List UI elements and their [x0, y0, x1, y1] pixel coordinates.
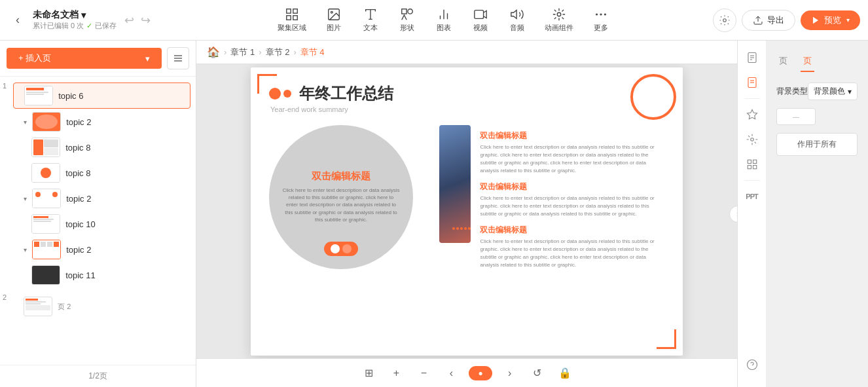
prev-slide-button[interactable]: ‹	[441, 363, 461, 383]
rp-animation-icon[interactable]	[740, 128, 764, 151]
bg-color-swatch[interactable]: —	[776, 108, 816, 125]
breadcrumb-home[interactable]: 🏠	[207, 46, 220, 58]
topic-item-2b[interactable]: ▾ topic 2	[13, 186, 190, 211]
text-button[interactable]: 文本	[352, 3, 389, 37]
corner-decoration-br	[657, 329, 676, 349]
undo-redo-group: ↩ ↪	[122, 12, 153, 29]
text-block-body-3: Click here to enter text description or …	[480, 238, 664, 269]
circle-body: Click here to enter text description or …	[282, 187, 400, 223]
text-block-1: 双击编辑标题 Click here to enter text descript…	[480, 130, 664, 175]
topic-item-2c[interactable]: ▾ topic 2	[13, 237, 190, 262]
topic-item-10[interactable]: topic 10	[13, 212, 190, 236]
svg-point-7	[408, 9, 412, 14]
rp-tabs: 页 页	[776, 51, 858, 72]
rp-tab-page1[interactable]: 页	[776, 51, 790, 71]
export-button[interactable]: 导出	[742, 10, 795, 31]
circle-graphic[interactable]: 双击编辑标题 Click here to enter text descript…	[269, 125, 413, 269]
svg-rect-31	[748, 166, 751, 169]
zoom-out-button[interactable]: −	[414, 363, 433, 383]
deco-circle	[630, 74, 676, 120]
text-block-title-3: 双击编辑标题	[480, 225, 664, 236]
right-side: PPT 页 页 背景类型 背景颜色 ▾	[737, 41, 868, 387]
rp-page-icon[interactable]	[740, 46, 764, 69]
text-block-3: 双击编辑标题 Click here to enter text descript…	[480, 225, 664, 269]
page-indicator[interactable]: ●	[469, 366, 492, 380]
toolbar-center: 聚集区域 图片 文本 形状 图表 视频 音频 动画组件	[178, 3, 710, 37]
thumb-6	[24, 86, 53, 105]
topic-item-8b[interactable]: topic 8	[13, 160, 190, 185]
next-slide-button[interactable]: ›	[500, 363, 520, 383]
topic-item-2a[interactable]: ▾ topic 2	[13, 109, 190, 134]
topic-item-6[interactable]: topic 6	[13, 83, 190, 109]
photo-placeholder	[439, 125, 471, 243]
svg-point-13	[596, 14, 598, 15]
svg-point-14	[723, 18, 727, 22]
rp-bottom-icons	[740, 235, 764, 382]
rp-grid-icon[interactable]	[740, 153, 764, 176]
redo-button[interactable]: ↪	[138, 12, 153, 29]
rp-page-active-icon[interactable]	[740, 71, 764, 94]
slide-body: 双击编辑标题 Click here to enter text descript…	[251, 125, 683, 276]
more-button[interactable]: 更多	[583, 3, 619, 37]
focus-area-button[interactable]: 聚集区域	[268, 3, 316, 37]
undo-button[interactable]: ↩	[122, 12, 137, 29]
slide-canvas[interactable]: 年终工作总结 Year-end work summary 双击编辑标题 Clic…	[251, 67, 683, 356]
back-button[interactable]: ‹	[8, 10, 27, 30]
apply-all-button[interactable]: 作用于所有	[776, 133, 858, 156]
shape-button[interactable]: 形状	[389, 3, 425, 37]
text-block-2: 双击编辑标题 Click here to enter text descript…	[480, 181, 664, 218]
lock-button[interactable]: 🔒	[555, 363, 575, 383]
sidebar-footer: 1/2页	[0, 365, 196, 387]
right-text-blocks: 双击编辑标题 Click here to enter text descript…	[480, 130, 664, 276]
rp-tab-page2[interactable]: 页	[801, 51, 814, 72]
breadcrumb: 🏠 › 章节 1 › 章节 2 › 章节 4	[196, 41, 737, 64]
slide-left-col: 双击编辑标题 Click here to enter text descript…	[269, 125, 426, 276]
prev-icon: ‹	[450, 367, 453, 379]
sidebar-menu-button[interactable]	[167, 47, 189, 69]
breadcrumb-chapter2[interactable]: 章节 2	[266, 46, 290, 58]
sidebar-toolbar: + 插入页 ▾	[0, 41, 196, 77]
rotate-button[interactable]: ↺	[528, 363, 547, 383]
toggle-button[interactable]	[324, 242, 358, 256]
chevron-down-icon: ▾	[24, 119, 27, 126]
thumb-2a	[32, 112, 61, 132]
thumb-10	[31, 214, 60, 234]
svg-marker-27	[747, 110, 757, 119]
chart-button[interactable]: 图表	[425, 3, 462, 37]
main-area: + 插入页 ▾ 1	[0, 41, 868, 387]
circle-inner-text: 双击编辑标题 Click here to enter text descript…	[269, 157, 413, 236]
thumb-2c	[32, 240, 61, 259]
svg-rect-2	[287, 16, 291, 20]
svg-rect-32	[753, 166, 756, 169]
topic-item-page2[interactable]: 页 2	[13, 294, 190, 319]
preview-button[interactable]: 预览 ▾	[801, 10, 860, 30]
rp-bg-select[interactable]: 背景颜色 ▾	[808, 83, 858, 100]
rp-help-icon[interactable]	[740, 353, 764, 377]
video-button[interactable]: 视频	[462, 3, 499, 37]
text-block-title-1: 双击编辑标题	[480, 130, 664, 141]
animation-button[interactable]: 动画组件	[535, 3, 583, 37]
slide-header: 年终工作总结 Year-end work summary	[251, 67, 683, 120]
rp-ppt-icon[interactable]: PPT	[740, 185, 764, 208]
audio-button[interactable]: 音频	[499, 3, 535, 37]
slide-right-area: 双击编辑标题 Click here to enter text descript…	[439, 125, 664, 276]
slide-title: 年终工作总结	[269, 83, 664, 104]
topic-item-8a[interactable]: topic 8	[13, 135, 190, 160]
svg-rect-0	[287, 9, 291, 13]
image-button[interactable]: 图片	[316, 3, 352, 37]
rp-divider2	[744, 180, 760, 181]
breadcrumb-chapter4[interactable]: 章节 4	[300, 46, 325, 58]
svg-marker-9	[511, 10, 516, 19]
settings-button[interactable]	[713, 9, 736, 32]
text-block-body-1: Click here to enter text description or …	[480, 143, 664, 175]
doc-title[interactable]: 未命名文档 ▾	[33, 9, 117, 21]
toolbar-right: 导出 预览 ▾	[710, 9, 860, 32]
breadcrumb-chapter1[interactable]: 章节 1	[230, 46, 255, 58]
rp-star-icon[interactable]	[740, 103, 764, 126]
slide-list: 1 topic 6	[0, 77, 196, 365]
topic-item-11[interactable]: topic 11	[13, 263, 190, 287]
insert-page-button[interactable]: + 插入页 ▾	[7, 48, 162, 69]
add-slide-button[interactable]: +	[386, 363, 406, 383]
page-dot: ●	[478, 369, 482, 378]
grid-view-button[interactable]: ⊞	[359, 363, 378, 383]
